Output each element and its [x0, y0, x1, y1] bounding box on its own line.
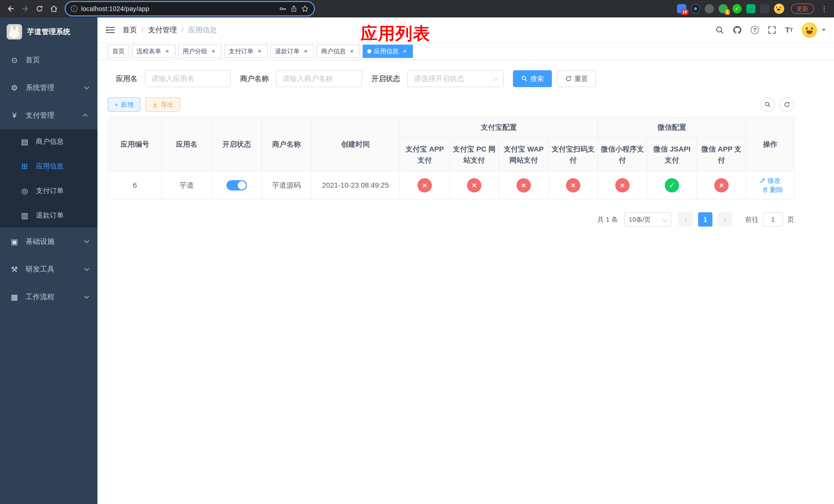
sidebar-item-workflow[interactable]: ▦ 工作流程: [0, 283, 97, 311]
browser-menu-icon[interactable]: ⋮: [819, 5, 830, 13]
export-button[interactable]: 导出: [146, 97, 180, 112]
chevron-up-icon: [83, 114, 88, 119]
sidebar-item-refund-orders[interactable]: ▥ 退款订单: [0, 203, 97, 228]
extension-pin-icon[interactable]: [760, 4, 769, 13]
browser-back-button[interactable]: [4, 2, 18, 15]
sidebar-item-label: 支付管理: [26, 111, 54, 120]
col-header-created: 创建时间: [311, 117, 400, 171]
enabled-toggle[interactable]: [226, 180, 247, 190]
page-number-1[interactable]: 1: [698, 212, 712, 227]
screen: i localhost:1024/pay/app 10 1 ✓: [0, 0, 834, 504]
extension-dark-icon[interactable]: [705, 4, 714, 13]
tab-merchant-info[interactable]: 商户信息 ×: [316, 45, 360, 58]
col-header-name: 应用名: [162, 117, 212, 171]
sidebar-item-payment[interactable]: ¥ 支付管理: [0, 101, 97, 129]
col-header-merchant: 商户名称: [262, 117, 311, 171]
sidebar-logo-row[interactable]: 芋道管理系统: [0, 18, 97, 46]
col-header-wechat-app: 微信 APP 支付: [697, 138, 746, 171]
fullscreen-icon[interactable]: [768, 26, 776, 35]
dashboard-icon: ⊙: [10, 55, 19, 65]
cell-app-id: 6: [108, 171, 162, 199]
page-size-select[interactable]: 10条/页: [624, 212, 672, 227]
page-content: 应用名 商户名称 开启状态: [97, 60, 834, 504]
sidebar-item-system[interactable]: ⚙ 系统管理: [0, 74, 97, 101]
tab-close-icon[interactable]: ×: [163, 48, 171, 55]
header-search-icon[interactable]: [715, 26, 724, 35]
next-page-button[interactable]: ›: [718, 212, 732, 227]
cell-merchant: 芋道源码: [262, 171, 311, 199]
extension-blue-dot-icon[interactable]: [691, 4, 700, 13]
sidebar-toggle-button[interactable]: [106, 26, 115, 34]
tab-close-icon[interactable]: ×: [210, 48, 217, 55]
breadcrumb-current: 应用信息: [188, 25, 217, 35]
share-icon[interactable]: [290, 5, 298, 12]
tab-pay-orders[interactable]: 支付订单 ×: [224, 45, 268, 58]
user-avatar[interactable]: [802, 22, 817, 38]
breadcrumb-payment[interactable]: 支付管理: [148, 25, 177, 35]
chevron-down-icon: [84, 238, 89, 243]
tab-home[interactable]: 首页: [108, 45, 129, 58]
goto-page-input[interactable]: [763, 212, 783, 227]
reset-button[interactable]: 重置: [557, 70, 596, 87]
tab-close-icon[interactable]: ×: [302, 48, 309, 55]
toggle-knob: [238, 181, 246, 189]
add-button[interactable]: + 新增: [108, 97, 140, 112]
github-icon[interactable]: [733, 25, 742, 35]
edit-link[interactable]: 修改: [760, 176, 781, 185]
font-size-icon[interactable]: TT: [785, 26, 793, 35]
toggle-search-button[interactable]: [761, 97, 775, 112]
bookmark-star-icon[interactable]: [301, 5, 309, 13]
tab-process-form[interactable]: 流程表单 ×: [132, 45, 175, 58]
status-select[interactable]: [407, 70, 504, 87]
sidebar-item-pay-orders[interactable]: ◎ 支付订单: [0, 178, 97, 203]
home-icon: [50, 5, 58, 13]
group-header-alipay: 支付宝配置: [400, 117, 598, 138]
avatar-caret-icon[interactable]: [822, 29, 826, 31]
sidebar-item-app-info[interactable]: ⊞ 应用信息: [0, 154, 97, 178]
chevron-down-icon: [84, 84, 89, 90]
tab-app-info-active[interactable]: 应用信息 ×: [363, 45, 413, 58]
table-row: 6 芋道 芋道源码 2021-10-23 08:49:25 × × ×: [108, 171, 794, 199]
search-button[interactable]: 搜索: [513, 70, 552, 87]
url-text[interactable]: localhost:1024/pay/app: [81, 5, 276, 13]
sidebar-item-infrastructure[interactable]: ▣ 基础设施: [0, 228, 97, 255]
sidebar-item-merchant-info[interactable]: ▤ 商户信息: [0, 129, 97, 154]
sidebar-item-home[interactable]: ⊙ 首页: [0, 46, 97, 74]
site-info-icon[interactable]: i: [71, 5, 78, 12]
tab-close-icon[interactable]: ×: [401, 48, 408, 55]
help-icon[interactable]: ?: [751, 26, 759, 34]
browser-update-button[interactable]: 更新: [791, 4, 814, 14]
prev-page-button[interactable]: ‹: [679, 212, 693, 227]
browser-forward-button[interactable]: [19, 2, 32, 15]
tab-close-icon[interactable]: ×: [348, 48, 355, 55]
breadcrumb-home[interactable]: 首页: [123, 25, 137, 35]
address-bar[interactable]: i localhost:1024/pay/app: [66, 2, 314, 15]
download-icon: [152, 101, 158, 108]
sidebar-item-label: 商户信息: [36, 137, 64, 146]
sidebar-item-label: 系统管理: [26, 83, 54, 93]
merchant-name-input[interactable]: [276, 70, 362, 87]
extension-avatar-icon[interactable]: 1: [719, 4, 728, 13]
sidebar-menu: ⊙ 首页 ⚙ 系统管理 ¥ 支付管理 ▤ 商户信息: [0, 46, 97, 311]
tab-refund-orders[interactable]: 退款订单 ×: [270, 45, 314, 58]
extension-check-icon[interactable]: ✓: [732, 4, 742, 13]
profile-avatar-icon[interactable]: [774, 4, 784, 14]
password-key-icon[interactable]: [279, 5, 287, 13]
refresh-table-button[interactable]: [780, 97, 794, 112]
extension-puzzle-icon[interactable]: 10: [677, 4, 686, 13]
tab-close-icon[interactable]: ×: [256, 48, 263, 55]
document-icon: ▥: [20, 211, 29, 220]
tab-user-group[interactable]: 用户分组 ×: [178, 45, 222, 58]
tab-label: 支付订单: [229, 47, 254, 55]
table-toolbar: + 新增 导出: [108, 97, 794, 112]
pagination: 共 1 条 10条/页 ‹ 1 › 前往 页: [108, 212, 794, 227]
browser-home-button[interactable]: [47, 2, 61, 15]
sidebar-item-dev-tools[interactable]: ⚒ 研发工具: [0, 255, 97, 283]
extension-green-square-icon[interactable]: [746, 4, 755, 13]
browser-reload-button[interactable]: [33, 2, 46, 15]
tags-view-bar: 首页 流程表单 × 用户分组 × 支付订单 × 退款订单 ×: [97, 43, 834, 60]
cell-actions: 修改 删除: [746, 171, 794, 199]
app-name-input[interactable]: [145, 70, 231, 87]
status-label: 开启状态: [371, 74, 400, 84]
delete-link[interactable]: 删除: [762, 185, 783, 194]
